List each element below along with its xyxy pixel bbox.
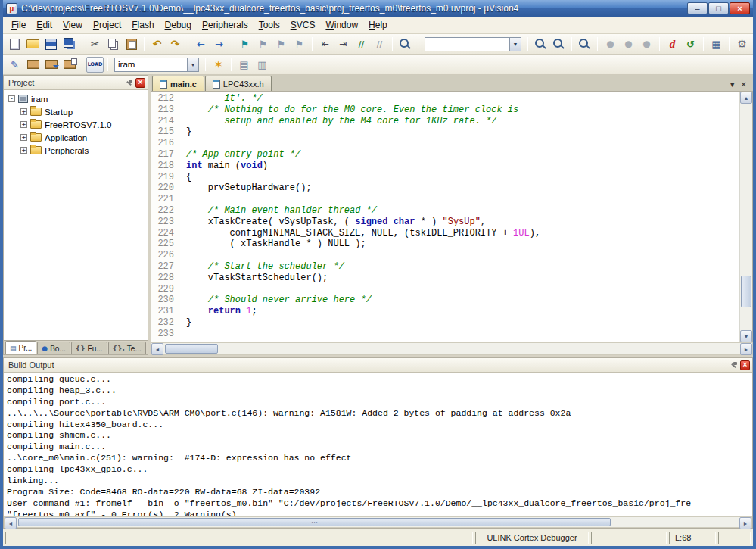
panel-tab-te[interactable]: {},Te... xyxy=(108,342,146,354)
nav-back-icon[interactable]: ← xyxy=(192,36,210,52)
copy-icon[interactable] xyxy=(104,36,122,52)
maximize-button[interactable]: □ xyxy=(708,2,729,14)
expand-icon[interactable]: + xyxy=(20,108,27,115)
bookmark-toggle-icon[interactable]: ⚑ xyxy=(236,36,254,52)
uncomment-icon[interactable]: // xyxy=(371,36,388,52)
menu-svcs[interactable]: SVCS xyxy=(285,18,321,32)
target-options-icon[interactable]: ✶ xyxy=(210,57,227,73)
save-icon[interactable] xyxy=(42,36,60,52)
menu-edit[interactable]: Edit xyxy=(31,18,58,32)
title-bar[interactable]: µ C:\dev\projects\FreeRTOSV7.1.0\Demo\__… xyxy=(3,0,753,17)
debug-start-icon[interactable]: d xyxy=(664,36,681,52)
horizontal-scroll-track[interactable] xyxy=(163,343,740,354)
find-icon[interactable] xyxy=(532,36,549,52)
minimize-button[interactable]: – xyxy=(687,2,708,14)
tab-main.c[interactable]: main.c xyxy=(152,76,204,91)
pin-icon[interactable] xyxy=(125,79,133,87)
target-input[interactable] xyxy=(115,60,187,69)
build-output-text[interactable]: compiling queue.c...compiling heap_3.c..… xyxy=(4,373,752,516)
undo-icon[interactable]: ↶ xyxy=(148,36,166,52)
menu-window[interactable]: Window xyxy=(320,18,363,32)
translate-icon[interactable]: ✎ xyxy=(6,57,23,73)
expand-icon[interactable]: + xyxy=(20,134,27,141)
search-input[interactable] xyxy=(425,39,509,48)
panel-tab-bo[interactable]: ●Bo... xyxy=(37,342,70,354)
panel-tab-pr[interactable]: ▤Pr... xyxy=(5,341,36,354)
scroll-left-icon[interactable]: ◄ xyxy=(5,517,17,529)
load-icon[interactable]: LOAD xyxy=(86,57,104,73)
editor-horizontal-scrollbar[interactable]: ◄ ► xyxy=(151,342,753,355)
breakpoint-disable-icon[interactable]: ● xyxy=(620,36,637,52)
scroll-left-icon[interactable]: ◄ xyxy=(151,343,163,355)
panel-close-icon[interactable]: × xyxy=(135,78,145,88)
menu-file[interactable]: File xyxy=(6,18,31,32)
menu-debug[interactable]: Debug xyxy=(160,18,197,32)
menu-peripherals[interactable]: Peripherals xyxy=(197,18,254,32)
tree-item-iram[interactable]: -iram xyxy=(4,92,148,105)
breakpoint-toggle-icon[interactable]: ● xyxy=(602,36,619,52)
open-folder-icon[interactable] xyxy=(24,36,42,52)
vertical-scroll-thumb[interactable] xyxy=(741,276,751,307)
save-all-icon[interactable] xyxy=(61,36,78,52)
tree-item-application[interactable]: +Application xyxy=(4,131,148,144)
configure-icon[interactable]: ⚙ xyxy=(733,36,751,52)
pin-icon[interactable] xyxy=(730,361,738,370)
build-icon[interactable] xyxy=(24,57,42,73)
menu-tools[interactable]: Tools xyxy=(254,18,285,32)
indent-more-icon[interactable]: ⇥ xyxy=(334,36,352,52)
vertical-scroll-track[interactable] xyxy=(740,104,752,330)
close-document-icon[interactable]: ✕ xyxy=(741,80,747,89)
indent-less-icon[interactable]: ⇤ xyxy=(316,36,334,52)
nav-forward-icon[interactable]: → xyxy=(210,36,228,52)
paste-icon[interactable] xyxy=(123,36,140,52)
comment-icon[interactable]: // xyxy=(353,36,370,52)
search-combobox[interactable]: ▼ xyxy=(425,37,521,51)
tree-item-peripherals[interactable]: +Peripherals xyxy=(4,144,148,157)
file-extensions-icon[interactable]: ▤ xyxy=(235,57,253,73)
tab-LPC43xx.h[interactable]: LPC43xx.h xyxy=(205,76,272,91)
output-horizontal-scrollbar[interactable]: ◄ ⋯ ► xyxy=(4,516,752,528)
target-combobox[interactable]: ▼ xyxy=(114,58,199,72)
tree-item-freertosv7.1.0[interactable]: +FreeRTOSV7.1.0 xyxy=(4,118,148,131)
menu-view[interactable]: View xyxy=(58,18,88,32)
expand-icon[interactable]: + xyxy=(20,121,27,128)
cut-icon[interactable]: ✂ xyxy=(86,36,104,52)
expand-icon[interactable]: + xyxy=(20,147,27,154)
search-dropdown-icon[interactable]: ▼ xyxy=(509,38,521,51)
rebuild-icon[interactable] xyxy=(42,57,60,73)
debug-reset-icon[interactable]: ↺ xyxy=(682,36,699,52)
target-dropdown-icon[interactable]: ▼ xyxy=(187,58,198,71)
zoom-icon[interactable] xyxy=(576,36,593,52)
panel-close-icon[interactable]: × xyxy=(740,360,750,370)
window-layout-icon[interactable]: ▦ xyxy=(708,36,725,52)
toolbar-separator xyxy=(527,37,528,51)
collapse-icon[interactable]: - xyxy=(8,95,15,102)
editor-vertical-scrollbar[interactable]: ▲ ▼ xyxy=(739,92,752,342)
menu-help[interactable]: Help xyxy=(363,18,393,32)
menu-project[interactable]: Project xyxy=(88,18,126,32)
horizontal-scroll-thumb[interactable]: ⋯ xyxy=(18,518,611,526)
tree-item-startup[interactable]: +Startup xyxy=(4,105,148,118)
redo-icon[interactable]: ↷ xyxy=(166,36,184,52)
horizontal-scroll-track[interactable]: ⋯ xyxy=(17,517,739,527)
horizontal-scroll-thumb[interactable] xyxy=(165,344,218,354)
find-in-files-icon[interactable] xyxy=(397,36,414,52)
bookmark-next-icon[interactable]: ⚑ xyxy=(272,36,290,52)
batch-build-icon[interactable] xyxy=(61,57,78,73)
panel-tab-fu[interactable]: {}Fu... xyxy=(71,342,107,354)
incremental-find-icon[interactable] xyxy=(550,36,568,52)
books-icon[interactable]: ▥ xyxy=(254,57,271,73)
close-button[interactable]: × xyxy=(730,2,750,14)
scroll-up-icon[interactable]: ▲ xyxy=(740,92,752,104)
bookmark-prev-icon[interactable]: ⚑ xyxy=(254,36,272,52)
code-lines[interactable]: it'. */ /* Nothing to do for the M0 core… xyxy=(180,92,739,342)
code-editor[interactable]: 2122132142152162172182192202212222232242… xyxy=(151,91,753,342)
tab-list-icon[interactable]: ▼ xyxy=(729,80,736,89)
scroll-right-icon[interactable]: ► xyxy=(739,517,751,529)
bookmark-clear-icon[interactable]: ⚑ xyxy=(291,36,308,52)
new-file-icon[interactable] xyxy=(6,36,23,52)
scroll-down-icon[interactable]: ▼ xyxy=(740,330,752,342)
menu-flash[interactable]: Flash xyxy=(126,18,159,32)
breakpoint-kill-icon[interactable]: ● xyxy=(638,36,655,52)
scroll-right-icon[interactable]: ► xyxy=(740,343,752,355)
